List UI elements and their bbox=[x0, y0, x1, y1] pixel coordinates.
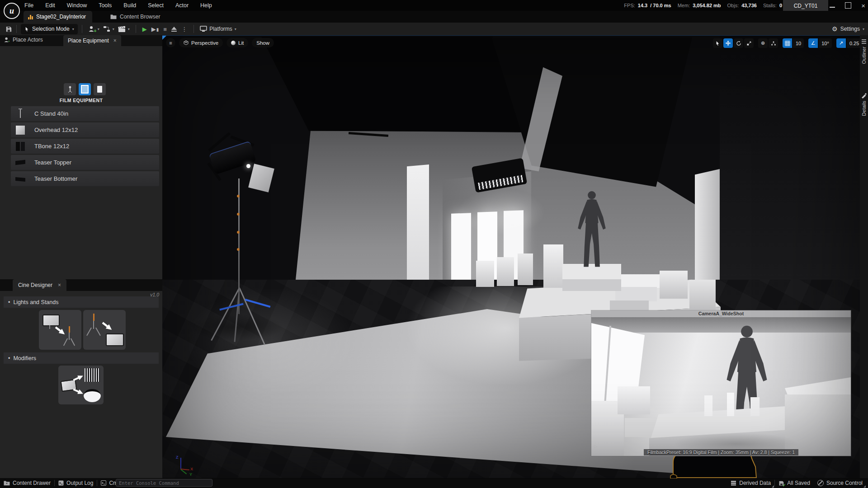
menu-help[interactable]: Help bbox=[200, 2, 212, 9]
equipment-item-teaser-topper[interactable]: Teaser Topper bbox=[11, 155, 159, 170]
source-control-label: Source Control bbox=[826, 480, 863, 486]
teaser-bottomer-thumbnail bbox=[14, 173, 26, 185]
output-log-button[interactable]: Output Log bbox=[55, 478, 97, 488]
rotate-tool-button[interactable] bbox=[734, 38, 743, 48]
filter-stands-button[interactable] bbox=[64, 83, 76, 95]
equipment-item-teaser-bottomer[interactable]: Teaser Bottomer bbox=[11, 171, 159, 186]
axis-gizmo: Z X Y bbox=[175, 455, 202, 478]
objs-label: Objs: bbox=[727, 3, 739, 8]
dropdown-fold-icon bbox=[863, 485, 866, 488]
preset-panel-to-stand[interactable] bbox=[39, 310, 81, 350]
perspective-dropdown[interactable]: Perspective bbox=[179, 38, 223, 47]
console-command-input[interactable] bbox=[116, 479, 212, 487]
grid-snap-icon[interactable] bbox=[783, 38, 792, 48]
menu-actor[interactable]: Actor bbox=[175, 2, 189, 9]
menu-edit[interactable]: Edit bbox=[45, 2, 55, 9]
settings-dropdown[interactable]: ⚙ Settings ▾ bbox=[832, 23, 864, 35]
prop-block bbox=[497, 257, 514, 286]
content-drawer-label: Content Drawer bbox=[13, 480, 51, 486]
left-light-spill bbox=[189, 289, 370, 406]
rotation-snap-value[interactable]: 10° bbox=[819, 38, 832, 48]
mannequin-figure[interactable] bbox=[569, 189, 614, 270]
minimize-button[interactable] bbox=[830, 4, 835, 8]
close-icon[interactable]: × bbox=[113, 38, 117, 44]
stop-button[interactable]: ■ bbox=[163, 26, 167, 33]
axis-y-label: Y bbox=[189, 472, 192, 477]
tab-place-actors-label: Place Actors bbox=[13, 37, 43, 43]
selection-mode-dropdown[interactable]: Selection Mode ▾ bbox=[21, 24, 78, 34]
surface-snapping-button[interactable] bbox=[769, 38, 778, 48]
scale-snap-value[interactable]: 0.25 bbox=[847, 38, 860, 48]
stage-step bbox=[615, 287, 657, 301]
blueprints-button[interactable]: ▾ bbox=[101, 23, 116, 34]
tab-place-equipment[interactable]: Place Equipment × bbox=[63, 35, 121, 46]
perspective-icon bbox=[184, 40, 189, 45]
unreal-logo-icon[interactable]: u bbox=[4, 3, 20, 19]
details-icon bbox=[861, 93, 867, 99]
tab-place-equipment-label: Place Equipment bbox=[68, 38, 109, 44]
close-icon[interactable]: × bbox=[58, 282, 61, 288]
filter-flags-button[interactable] bbox=[79, 83, 91, 95]
tab-cine-designer[interactable]: Cine Designer × bbox=[13, 279, 66, 291]
save-icon[interactable] bbox=[5, 26, 12, 33]
equipment-item-label: C Stand 40in bbox=[34, 110, 68, 117]
tab-details-label: Details bbox=[861, 101, 867, 116]
tab-level[interactable]: Stage02_DayInterior bbox=[24, 11, 92, 23]
content-drawer-button[interactable]: Content Drawer bbox=[0, 478, 54, 488]
menu-build[interactable]: Build bbox=[123, 2, 136, 9]
menu-window[interactable]: Window bbox=[67, 2, 87, 9]
eject-button[interactable] bbox=[171, 27, 177, 32]
stage-step bbox=[621, 274, 664, 288]
rotation-snap-icon[interactable]: ∠ bbox=[808, 38, 818, 48]
grid-snap-value[interactable]: 10 bbox=[793, 38, 804, 48]
close-button[interactable]: × bbox=[861, 2, 865, 9]
level-icon bbox=[28, 14, 33, 19]
fps-value: 14.3 bbox=[638, 3, 647, 8]
tab-place-actors[interactable]: + Place Actors bbox=[4, 37, 43, 43]
viewport-3d[interactable]: Z X Y CameraA_WideShot bbox=[162, 35, 860, 479]
menu-tools[interactable]: Tools bbox=[99, 2, 112, 9]
select-tool-button[interactable] bbox=[713, 38, 722, 48]
menu-select[interactable]: Select bbox=[148, 2, 164, 9]
ms-value: / 70.0 ms bbox=[650, 3, 671, 8]
section-modifiers[interactable]: • Modifiers bbox=[4, 352, 159, 364]
source-control-button[interactable]: Source Control bbox=[814, 478, 866, 488]
section-lights-and-stands[interactable]: • Lights and Stands bbox=[4, 296, 159, 308]
clapperboard-icon bbox=[118, 26, 126, 33]
platforms-dropdown[interactable]: Platforms ▾ bbox=[198, 23, 238, 34]
add-actor-icon: + bbox=[88, 25, 95, 33]
preset-stand-to-panel[interactable] bbox=[83, 310, 126, 350]
tab-content-browser[interactable]: Content Browser bbox=[105, 11, 165, 23]
scale-tool-button[interactable] bbox=[744, 38, 754, 48]
viewport-options-button[interactable]: ≡ bbox=[166, 38, 175, 47]
menu-file[interactable]: File bbox=[24, 2, 33, 9]
equipment-item-cstand[interactable]: C Stand 40in bbox=[11, 106, 159, 121]
tab-details[interactable]: Details bbox=[860, 93, 868, 116]
move-tool-button[interactable] bbox=[723, 38, 733, 48]
frame-skip-button[interactable]: ▶▮ bbox=[151, 26, 159, 33]
play-button[interactable]: ▶ bbox=[142, 26, 147, 33]
selection-mode-label: Selection Mode bbox=[32, 26, 70, 32]
scale-snap-icon[interactable]: ↗ bbox=[836, 38, 846, 48]
mem-value: 3,054.82 mb bbox=[693, 3, 721, 8]
equipment-item-overhead[interactable]: Overhead 12x12 bbox=[11, 122, 159, 137]
restore-button[interactable] bbox=[845, 2, 851, 9]
cinematics-button[interactable]: ▾ bbox=[116, 23, 132, 34]
equipment-item-tbone[interactable]: TBone 12x12 bbox=[11, 139, 159, 154]
derived-data-button[interactable]: Derived Data bbox=[727, 478, 774, 488]
eggcrate-grid bbox=[85, 368, 100, 382]
left-dock-panel: + Place Actors Place Equipment × FILM EQ… bbox=[0, 35, 163, 478]
camera-pip-preview[interactable]: CameraA_WideShot FilmbackPreset: 16:9 Di… bbox=[591, 310, 851, 456]
perspective-label: Perspective bbox=[191, 40, 218, 46]
filter-panels-button[interactable] bbox=[94, 83, 106, 95]
add-actor-button[interactable]: + ▾ bbox=[86, 23, 101, 34]
all-saved-button[interactable]: ✓ All Saved bbox=[775, 478, 814, 488]
world-coordinate-button[interactable]: ⊕ bbox=[758, 38, 768, 48]
play-options-button[interactable]: ⋮ bbox=[181, 26, 187, 33]
tab-outliner[interactable]: Outliner bbox=[860, 39, 868, 64]
lit-dropdown[interactable]: Lit bbox=[226, 38, 248, 47]
show-dropdown[interactable]: Show bbox=[252, 38, 274, 47]
section-lights-label: Lights and Stands bbox=[13, 299, 58, 305]
preset-modifiers[interactable] bbox=[58, 366, 104, 404]
derived-data-label: Derived Data bbox=[739, 480, 771, 486]
